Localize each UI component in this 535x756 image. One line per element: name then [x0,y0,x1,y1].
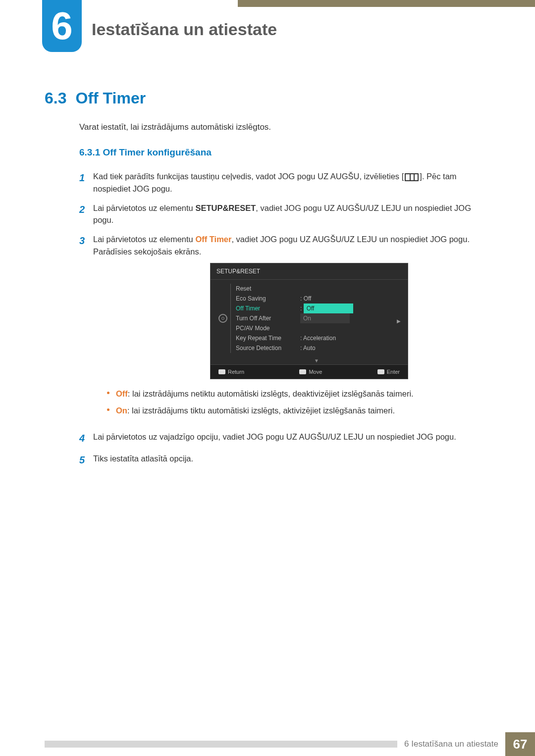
section-title: Off Timer [75,89,146,107]
osd-label: Reset [236,284,300,293]
osd-label: PC/AV Mode [236,324,300,333]
osd-footer-move: Move [299,368,322,376]
step-body: Kad tiek parādīts funkcijas taustiņu ceļ… [93,170,490,195]
osd-footer-return: Return [218,368,244,376]
step-number: 1 [79,170,93,195]
intro-text: Varat iestatīt, lai izstrādājums automāt… [79,122,490,132]
bullet-text: : lai izstrādājums tiktu automātiski izs… [127,406,395,415]
osd-screenshot: SETUP&RESET Reset E [128,263,490,380]
move-icon [299,369,306,374]
return-icon [218,369,225,374]
osd-alt-option: On [300,313,350,323]
emph-setup-reset: SETUP&RESET [195,203,256,212]
osd-menu: Reset Eco Saving : Off Off Timer : Off [230,284,403,353]
osd-value: : Off [300,303,403,313]
osd-title: SETUP&RESET [211,263,408,280]
osd-row-offtimer: Off Timer : Off [236,303,403,313]
osd-label: Source Detection [236,344,300,353]
osd-label: Eco Saving [236,294,300,303]
osd-row-turnoff: Turn Off After On [236,313,403,323]
osd-row-pcav: PC/AV Mode [236,323,403,333]
step-body: Tiks iestatīta atlasītā opcija. [93,453,490,467]
osd-panel: SETUP&RESET Reset E [210,263,408,380]
osd-body: Reset Eco Saving : Off Off Timer : Off [211,280,408,356]
step-body: Lai pārvietotos uz elementu Off Timer, v… [93,233,490,424]
enter-icon [377,369,384,374]
step-text: Lai pārvietotos uz elementu [93,203,195,212]
step-1: 1 Kad tiek parādīts funkcijas taustiņu c… [79,170,490,195]
top-accent-bar [238,0,535,7]
bullet-off: Off: lai izstrādājums netiktu automātisk… [107,388,490,400]
chapter-number: 6 [51,3,72,49]
page-content: 6.3Off Timer Varat iestatīt, lai izstrād… [45,89,490,474]
section-heading: 6.3Off Timer [45,89,490,107]
menu-icon [405,173,419,181]
osd-value-text: Auto [303,345,316,352]
footer-bar [45,741,397,748]
step-5: 5 Tiks iestatīta atlasītā opcija. [79,453,490,467]
step-number: 5 [79,453,93,467]
step-body: Lai pārvietotos uz vajadzīgo opciju, vad… [93,431,490,446]
chapter-tab: 6 [42,0,82,52]
osd-value: : Acceleration [300,334,403,343]
osd-value: On [300,313,403,323]
osd-row-keyrepeat: Key Repeat Time : Acceleration [236,333,403,343]
option-bullets: Off: lai izstrādājums netiktu automātisk… [107,388,490,417]
step-text: Lai pārvietotos uz elementu [93,235,195,244]
osd-value-text: Off [304,295,312,302]
osd-footer-label: Enter [387,368,400,376]
osd-footer: Return Move Enter [211,364,408,379]
bullet-key: On [116,406,127,415]
osd-label: Key Repeat Time [236,334,300,343]
osd-row-eco: Eco Saving : Off [236,294,403,303]
steps-list: 1 Kad tiek parādīts funkcijas taustiņu c… [79,170,490,467]
gear-icon [218,314,227,323]
section-number: 6.3 [45,89,66,107]
osd-label: Turn Off After [236,314,300,323]
subsection-number: 6.3.1 [79,147,100,157]
footer-label: 6 Iestatīšana un atiestate [404,739,498,749]
step-body: Lai pārvietotos uz elementu SETUP&RESET,… [93,202,490,227]
arrow-down-icon: ▼ [225,357,408,364]
step-number: 4 [79,431,93,446]
subsection-title: Off Timer konfigurēšana [103,147,212,157]
osd-footer-label: Return [228,368,244,376]
bullet-text: : lai izstrādājums netiktu automātiski i… [128,389,414,398]
osd-footer-label: Move [309,368,322,376]
arrow-right-icon: ▶ [397,317,401,325]
step-3: 3 Lai pārvietotos uz elementu Off Timer,… [79,233,490,424]
osd-icon-column [215,284,230,353]
osd-value-text: Acceleration [303,335,336,342]
footer-page-number: 67 [505,732,535,756]
chapter-title: Iestatīšana un atiestate [92,20,277,39]
step-number: 3 [79,233,93,424]
osd-label: Off Timer [236,304,300,313]
osd-row-reset: Reset [236,284,403,294]
step-2: 2 Lai pārvietotos uz elementu SETUP&RESE… [79,202,490,227]
subsection-heading: 6.3.1 Off Timer konfigurēšana [79,147,490,158]
bullet-key: Off [116,389,128,398]
step-4: 4 Lai pārvietotos uz vajadzīgo opciju, v… [79,431,490,446]
page-footer: 6 Iestatīšana un atiestate 67 [0,732,535,756]
osd-selected-option: Off [304,303,353,313]
osd-value: : Off [300,294,403,303]
emph-off-timer: Off Timer [195,235,231,244]
step-text: Kad tiek parādīts funkcijas taustiņu ceļ… [93,172,404,181]
osd-row-sourcedet: Source Detection : Auto [236,343,403,353]
osd-footer-enter: Enter [377,368,400,376]
step-number: 2 [79,202,93,227]
bullet-on: On: lai izstrādājums tiktu automātiski i… [107,405,490,417]
osd-value: : Auto [300,344,403,353]
